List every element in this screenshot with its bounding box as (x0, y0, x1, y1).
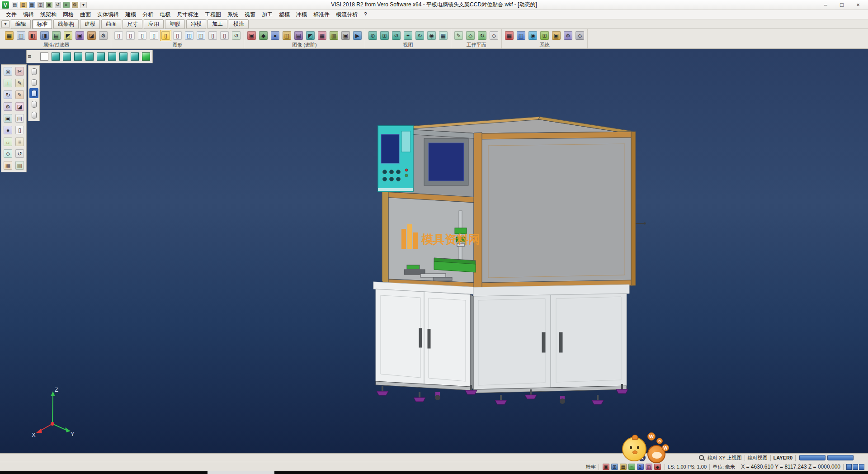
active-layer-label[interactable]: LAYER0 (774, 455, 793, 460)
filter-icon[interactable]: ◫ (15, 30, 27, 41)
modify-icon[interactable]: ⚙ (2, 101, 14, 112)
open-file-icon[interactable]: ▥ (19, 1, 27, 9)
minimize-button[interactable]: – (817, 0, 834, 9)
filter-solids-icon[interactable] (29, 99, 38, 109)
perspective-icon[interactable]: ◇ (574, 30, 585, 41)
globe-settings-icon[interactable]: ◉ (527, 30, 538, 41)
export-icon[interactable]: ▥ (14, 160, 25, 171)
dynamic-iso-view-icon[interactable] (141, 51, 151, 62)
tab-machining[interactable]: 加工 (208, 19, 227, 29)
tab-mold[interactable]: 塑膜 (165, 19, 185, 29)
preferences-icon[interactable]: ⚙ (562, 30, 574, 41)
menu-mold[interactable]: 塑模 (276, 10, 293, 19)
save-icon[interactable]: ▦ (28, 1, 36, 9)
hidden-line-icon[interactable]: ▯ (137, 30, 148, 41)
texture-icon[interactable]: ▦ (316, 30, 328, 41)
menu-electrode[interactable]: 电极 (156, 10, 174, 19)
menu-machining[interactable]: 加工 (259, 10, 276, 19)
menu-dimension[interactable]: 尺寸标注 (174, 10, 202, 19)
more-commands-icon[interactable]: ▾ (80, 1, 87, 9)
tab-dimension[interactable]: 尺寸 (123, 19, 142, 29)
workplane-align-icon[interactable]: ◇ (465, 30, 476, 41)
close-button[interactable]: × (850, 0, 866, 9)
solid-box-icon[interactable]: ▣ (2, 113, 14, 124)
snap-settings-icon[interactable]: ▣ (551, 30, 562, 41)
menu-analysis[interactable]: 分析 (139, 10, 156, 19)
sketch-icon[interactable]: ✎ (14, 89, 25, 100)
back-view-icon[interactable] (107, 51, 118, 62)
shaded-display-icon[interactable]: ▯ (125, 30, 136, 41)
show-elements-icon[interactable]: ◫ (184, 30, 195, 41)
filter-surfaces-icon[interactable] (29, 88, 38, 98)
right-view-icon[interactable] (129, 51, 140, 62)
tab-wireframe[interactable]: 线架构 (53, 19, 79, 29)
dynamic-view-icon[interactable]: ◉ (426, 30, 437, 41)
menu-flow-analysis[interactable]: 模流分析 (333, 10, 361, 19)
sheet-icon[interactable]: ▤ (14, 113, 25, 124)
view-orientation-label[interactable]: 绝对 XY 上视图 (708, 455, 742, 461)
edit-point-icon[interactable]: ✎ (14, 77, 25, 89)
section-view-icon[interactable]: ▯ (172, 30, 183, 41)
workplane-create-icon[interactable]: ✎ (453, 30, 464, 41)
color-table-icon[interactable]: ▦ (504, 30, 515, 41)
snap-icon[interactable]: ⊞ (610, 463, 619, 471)
document-icon[interactable]: ▯ (14, 124, 25, 136)
preview-icon[interactable]: ▣ (45, 1, 53, 9)
grid-settings-icon[interactable]: ⊞ (539, 30, 550, 41)
tab-standard[interactable]: 标准 (32, 19, 52, 29)
settings-icon[interactable]: ⚙ (71, 1, 79, 9)
absolute-view-label[interactable]: 绝对视图 (748, 455, 768, 461)
menu-system[interactable]: 系统 (224, 10, 241, 19)
sphere-icon[interactable]: ● (2, 124, 14, 136)
viewbar-menu-icon[interactable]: ≡ (28, 51, 38, 62)
zoom-window-icon[interactable]: ⊞ (379, 30, 390, 41)
undo-step-icon[interactable]: ↺ (14, 148, 25, 159)
tab-modeling[interactable]: 建模 (80, 19, 100, 29)
tab-edit[interactable]: 编辑 (11, 19, 31, 29)
attributes-icon[interactable]: ▦ (4, 30, 15, 41)
menu-drafting[interactable]: 工程图 (202, 10, 224, 19)
lights-icon[interactable]: ● (269, 30, 281, 41)
menu-die[interactable]: 冲模 (293, 10, 310, 19)
zoom-extents-icon[interactable]: ⊕ (367, 30, 378, 41)
tab-application[interactable]: 应用 (144, 19, 164, 29)
dimension-icon[interactable]: ↔ (2, 136, 14, 147)
shadows-icon[interactable]: ◩ (305, 30, 316, 41)
materials-icon[interactable]: ◆ (258, 30, 269, 41)
filter-all-icon[interactable] (29, 66, 38, 76)
move-icon[interactable]: + (2, 77, 14, 89)
menu-file[interactable]: 文件 (3, 10, 20, 19)
magnify-icon[interactable]: ◎ (2, 66, 14, 77)
workplane-off-icon[interactable]: ◇ (488, 30, 500, 41)
match-properties-icon[interactable]: ⚙ (98, 30, 109, 41)
front-view-icon[interactable] (95, 51, 106, 62)
pan-icon[interactable]: + (402, 30, 414, 41)
color-edit-icon[interactable]: ◧ (27, 30, 38, 41)
screen-config-icon[interactable]: ◫ (515, 30, 527, 41)
workplane-rotate-icon[interactable]: ↻ (476, 30, 488, 41)
mask-icon[interactable]: ◩ (62, 30, 74, 41)
maximize-button[interactable]: □ (834, 0, 850, 9)
machine-3d-model[interactable] (373, 117, 646, 404)
tab-die[interactable]: 冲模 (186, 19, 206, 29)
top-view-icon[interactable] (39, 51, 50, 62)
view-manager-icon[interactable]: ▦ (438, 30, 449, 41)
print-icon[interactable]: ◫ (37, 1, 44, 9)
unblank-icon[interactable]: ▯ (219, 30, 230, 41)
hide-elements-icon[interactable]: ◫ (195, 30, 207, 41)
rotate-icon[interactable]: ↻ (2, 89, 14, 100)
menu-help[interactable]: ? (361, 10, 370, 19)
left-view-icon[interactable] (118, 51, 129, 62)
background-icon[interactable]: ▤ (293, 30, 304, 41)
iso-view-nw-icon[interactable] (61, 51, 72, 62)
properties-icon[interactable]: ▣ (74, 30, 85, 41)
menu-modeling[interactable]: 建模 (122, 10, 139, 19)
erase-icon[interactable]: ◪ (14, 101, 25, 112)
palette-icon[interactable]: ▦ (2, 160, 14, 171)
iso-view-sw-icon[interactable] (84, 51, 95, 62)
animation-icon[interactable]: ▶ (352, 30, 363, 41)
tab-flow[interactable]: 模流 (229, 19, 249, 29)
redraw-icon[interactable]: ↺ (231, 30, 242, 41)
tab-surface[interactable]: 曲面 (101, 19, 121, 29)
undo-icon[interactable]: ↺ (54, 1, 61, 9)
